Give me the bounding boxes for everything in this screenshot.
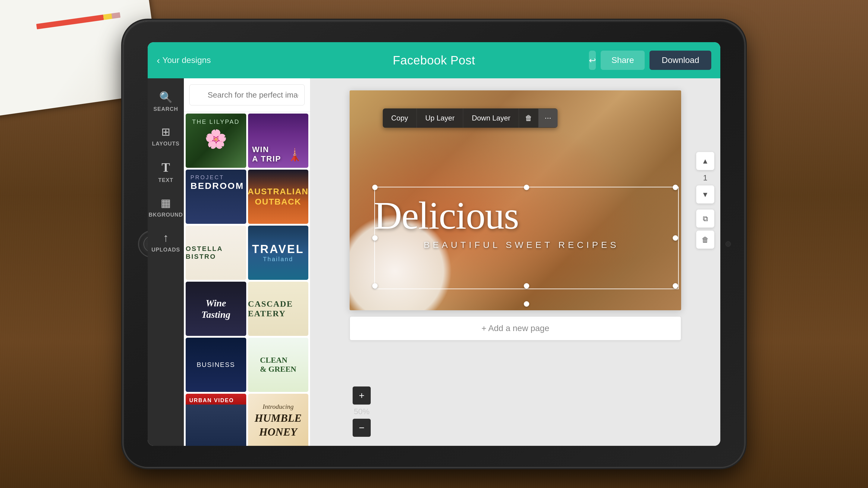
layer-number: 1 (703, 173, 707, 183)
delicious-text: Delicious (374, 196, 669, 235)
canvas-wrapper: Copy Up Layer Down Layer 🗑 ⋯ Deliciou (350, 90, 681, 310)
template-business-title: BUSINESS (197, 361, 235, 369)
template-bedroom-subtitle: PROJECT (190, 174, 241, 181)
template-wintrip-title: WINA TRIP (252, 145, 281, 164)
template-wintrip[interactable]: WINA TRIP 🗼 (248, 113, 309, 168)
background-icon: ▦ (161, 197, 171, 209)
template-cascade-title: CASCADE EATERY (248, 299, 309, 318)
template-travel-title: TRAVEL (252, 243, 304, 256)
template-bistro[interactable]: OSTELLA BISTRO (186, 226, 246, 280)
back-label: Your designs (162, 56, 211, 65)
eiffel-tower-icon: 🗼 (287, 148, 302, 162)
template-travel[interactable]: TRAVEL Thailand (248, 226, 309, 280)
templates-panel: 🔍 THE LILYPAD 🌸 WINA TRIP 🗼 (184, 78, 310, 446)
page-title: Facebook Post (253, 54, 615, 67)
sidebar-item-layouts[interactable]: ⊞ LAYOUTS (148, 119, 184, 154)
context-menu: Copy Up Layer Down Layer 🗑 ⋯ (383, 108, 558, 128)
subtitle-text: BEAUTIFUL SWEET RECIPES (374, 240, 669, 250)
delete-button[interactable]: 🗑 (519, 108, 538, 128)
header: ‹ Your designs Facebook Post ↩ Share Dow… (148, 42, 720, 78)
undo-button[interactable]: ↩ (589, 51, 596, 70)
template-redheader-title: URBAN VIDEO (189, 397, 243, 404)
template-humble-title: IntroducingHUMBLEHONEY (255, 402, 302, 439)
down-layer-button[interactable]: Down Layer (463, 108, 519, 128)
text-icon: T (161, 160, 170, 175)
sidebar-item-background[interactable]: ▦ BKGROUND (148, 190, 184, 225)
template-cleangreen-title: CLEAN& GREEN (260, 356, 296, 374)
zoom-out-button[interactable]: − (352, 419, 371, 437)
template-humble[interactable]: IntroducingHUMBLEHONEY (248, 394, 309, 446)
copy-button[interactable]: Copy (383, 108, 417, 128)
uploads-tool-label: UPLOADS (151, 247, 180, 253)
add-page-button[interactable]: + Add a new page (350, 316, 681, 340)
template-winetasting[interactable]: WineTasting (186, 282, 246, 336)
header-actions: ↩ Share Download (615, 51, 711, 70)
search-icon: 🔍 (159, 91, 173, 104)
background-tool-label: BKGROUND (149, 212, 183, 218)
template-bedroom-title: BEDROOM (190, 181, 241, 191)
back-button[interactable]: ‹ Your designs (157, 55, 253, 66)
zoom-controls: + 50% − (347, 387, 377, 437)
lilypad-flower-icon: 🌸 (205, 128, 227, 150)
sidebar-item-text[interactable]: T TEXT (148, 154, 184, 190)
canvas-area: + 50% − Copy Up (310, 78, 720, 446)
search-input[interactable] (189, 84, 305, 105)
text-tool-label: TEXT (158, 177, 173, 184)
template-bedroom[interactable]: PROJECT BEDROOM (186, 170, 246, 224)
search-tool-label: SEARCH (153, 106, 178, 112)
template-australia[interactable]: AustralianOutback (248, 170, 309, 224)
up-layer-button[interactable]: Up Layer (417, 108, 463, 128)
template-travel-sub: Thailand (263, 256, 293, 263)
layer-down-button[interactable]: ▼ (696, 186, 714, 204)
layouts-tool-label: LAYOUTS (152, 141, 179, 147)
more-options-button[interactable]: ⋯ (538, 109, 558, 127)
template-cascade[interactable]: CASCADE EATERY (248, 282, 309, 336)
sidebar-item-uploads[interactable]: ↑ UPLOADS (148, 225, 184, 260)
share-button[interactable]: Share (601, 51, 645, 70)
zoom-value: 50% (354, 406, 370, 418)
search-bar: 🔍 (184, 78, 310, 112)
sidebar-tools: 🔍 SEARCH ⊞ LAYOUTS T TEXT ▦ BKGROUND (148, 78, 184, 446)
layer-copy-button[interactable]: ⧉ (696, 210, 714, 228)
template-cleangreen[interactable]: CLEAN& GREEN (248, 338, 309, 392)
layer-up-button[interactable]: ▲ (696, 152, 714, 170)
design-canvas[interactable]: Copy Up Layer Down Layer 🗑 ⋯ Deliciou (350, 90, 681, 310)
camera-dot (725, 241, 731, 247)
main-content: 🔍 SEARCH ⊞ LAYOUTS T TEXT ▦ BKGROUND (148, 78, 720, 446)
layer-controls: ▲ 1 ▼ ⧉ 🗑 (696, 152, 714, 249)
template-lilypad-title: THE LILYPAD (192, 119, 240, 125)
app-container: ‹ Your designs Facebook Post ↩ Share Dow… (148, 42, 720, 446)
template-winetasting-title: WineTasting (201, 297, 230, 321)
ipad-screen: ‹ Your designs Facebook Post ↩ Share Dow… (148, 42, 720, 446)
templates-grid: THE LILYPAD 🌸 WINA TRIP 🗼 PROJECT BEDROO… (184, 112, 310, 446)
more-icon: ⋯ (545, 114, 552, 122)
template-redheader[interactable]: URBAN VIDEO (186, 394, 246, 446)
zoom-in-button[interactable]: + (352, 387, 371, 404)
layer-delete-button[interactable]: 🗑 (696, 231, 714, 249)
sidebar-item-search[interactable]: 🔍 SEARCH (148, 84, 184, 119)
template-lilypad[interactable]: THE LILYPAD 🌸 (186, 113, 246, 168)
uploads-icon: ↑ (163, 231, 169, 244)
layouts-icon: ⊞ (161, 126, 170, 138)
template-business[interactable]: BUSINESS (186, 338, 246, 392)
template-bistro-title: OSTELLA BISTRO (186, 245, 246, 261)
ipad-frame: ‹ Your designs Facebook Post ↩ Share Dow… (124, 21, 744, 467)
chevron-left-icon: ‹ (157, 55, 160, 66)
download-button[interactable]: Download (650, 51, 711, 70)
canvas-text-block[interactable]: Delicious BEAUTIFUL SWEET RECIPES (374, 196, 669, 250)
template-australia-title: AustralianOutback (248, 187, 309, 207)
